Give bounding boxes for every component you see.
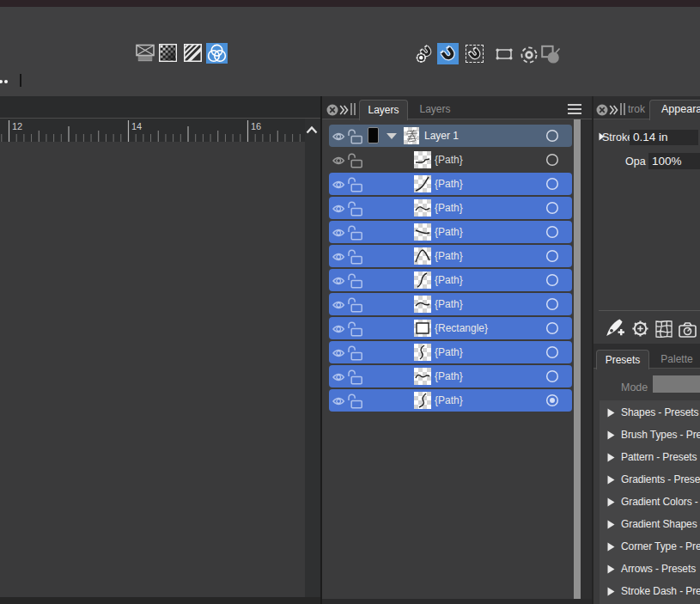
svg-text:14: 14 [131, 121, 142, 131]
svg-text:16: 16 [251, 121, 261, 131]
svg-text:12: 12 [12, 121, 22, 131]
